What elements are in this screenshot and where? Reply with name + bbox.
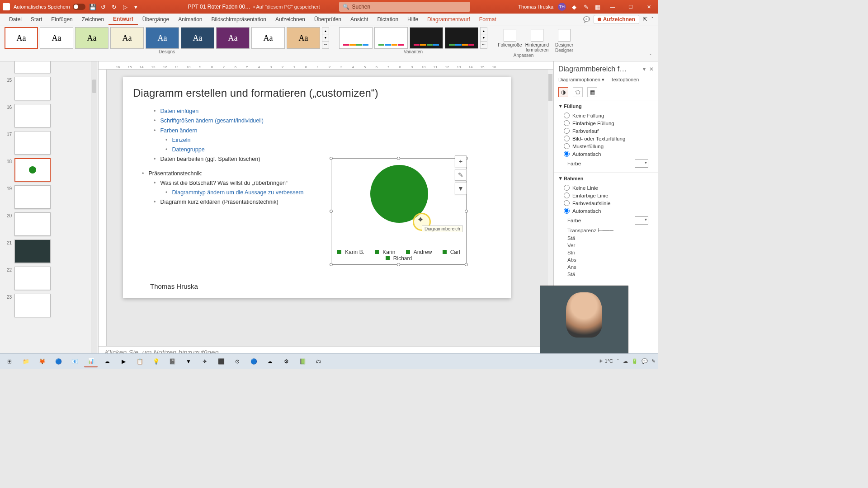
tab-hilfe[interactable]: Hilfe [403, 14, 423, 24]
line-solid-radio[interactable]: Einfarbige Linie [559, 192, 653, 199]
tab-aufzeichnen[interactable]: Aufzeichnen [271, 14, 310, 24]
pane-close-icon[interactable]: ✕ [649, 66, 654, 72]
vlc-icon[interactable]: ▶ [117, 356, 130, 367]
close-button[interactable]: ✕ [642, 2, 656, 11]
slide-thumb-16[interactable]: 16 [4, 104, 96, 127]
line-none-radio[interactable]: Keine Linie [559, 184, 653, 192]
onenote-icon[interactable]: 📓 [165, 356, 179, 367]
autosave-toggle[interactable]: Automatisches Speichern [14, 4, 85, 10]
variant-thumb-3[interactable] [410, 27, 443, 49]
tab-ueberpruefen[interactable]: Überprüfen [310, 14, 346, 24]
pen-icon[interactable]: ✎ [582, 3, 590, 10]
tab-start[interactable]: Start [26, 14, 47, 24]
slide-canvas[interactable]: Diagramm erstellen und formatieren („cus… [107, 70, 553, 346]
slide-thumb-partial[interactable] [4, 61, 96, 73]
fill-picture-radio[interactable]: Bild- oder Texturfüllung [559, 135, 653, 142]
tray-chevron-icon[interactable]: ˄ [617, 358, 619, 364]
theme-thumb-3[interactable]: Aa [75, 27, 108, 49]
designer-button[interactable]: Designer [552, 27, 577, 47]
theme-thumb-9[interactable]: Aa [287, 27, 320, 49]
start-button[interactable]: ⊞ [3, 356, 16, 367]
app-icon[interactable]: 📋 [133, 356, 146, 367]
more-qat-icon[interactable]: ▾ [132, 3, 140, 10]
fill-gradient-radio[interactable]: Farbverlauf [559, 127, 653, 135]
effects-tab-icon[interactable]: ⬠ [573, 87, 583, 97]
theme-thumb-8[interactable]: Aa [251, 27, 285, 49]
ribbon-min-icon[interactable]: ˅ [649, 53, 652, 60]
chevron-down-icon[interactable]: ▾ [559, 175, 562, 181]
slide-thumb-20[interactable]: 20 [4, 212, 96, 236]
action-center-icon[interactable]: 💬 [642, 358, 648, 364]
designs-more-button[interactable]: ▴▾⋯ [322, 27, 329, 49]
tab-diagrammoptionen[interactable]: Diagrammoptionen ▾ [558, 77, 604, 83]
user-name[interactable]: Thomas Hruska [518, 4, 553, 9]
fill-color-picker[interactable]: Farbe [559, 158, 653, 169]
settings-icon[interactable]: ⚙ [279, 356, 293, 367]
tab-ansicht[interactable]: Ansicht [346, 14, 373, 24]
weather-widget[interactable]: ☀ 1°C [599, 358, 613, 364]
redo-icon[interactable]: ↻ [111, 3, 118, 10]
chevron-down-icon[interactable]: ▾ [559, 103, 562, 109]
chart-styles-button[interactable]: ✎ [455, 169, 467, 181]
tab-diagrammentwurf[interactable]: Diagrammentwurf [423, 14, 475, 24]
slide-thumb-23[interactable]: 23 [4, 294, 96, 317]
pen-tray-icon[interactable]: ✎ [651, 358, 656, 364]
slide-thumb-19[interactable]: 19 [4, 185, 96, 209]
line-auto-radio[interactable]: Automatisch [559, 207, 653, 215]
minimize-button[interactable]: — [606, 2, 619, 11]
truncated-row[interactable]: Stä [559, 271, 653, 278]
system-tray[interactable]: ☀ 1°C ˄ ☁ 🔋 💬 ✎ [599, 358, 656, 364]
line-gradient-radio[interactable]: Farbverlaufslinie [559, 199, 653, 207]
outlook-icon[interactable]: 📧 [68, 356, 81, 367]
slide[interactable]: Diagramm erstellen und formatieren („cus… [123, 77, 511, 298]
fill-none-radio[interactable]: Keine Füllung [559, 112, 653, 119]
start-show-icon[interactable]: ▷ [122, 3, 129, 10]
tab-textoptionen[interactable]: Textoptionen [611, 77, 639, 83]
variant-thumb-2[interactable] [374, 27, 408, 49]
slide-thumb-22[interactable]: 22 [4, 267, 96, 290]
app-icon[interactable]: ⬛ [214, 356, 228, 367]
truncated-row[interactable]: Abs [559, 256, 653, 263]
slide-thumb-15[interactable]: 15 [4, 77, 96, 100]
tab-bildschirm[interactable]: Bildschirmpräsentation [207, 14, 271, 24]
truncated-row[interactable]: Stä [559, 235, 653, 242]
chrome-icon[interactable]: 🔵 [52, 356, 65, 367]
firefox-icon[interactable]: 🦊 [35, 356, 49, 367]
slide-title[interactable]: Diagramm erstellen und formatieren („cus… [123, 77, 511, 99]
tab-animation[interactable]: Animation [174, 14, 207, 24]
tab-datei[interactable]: Datei [5, 14, 26, 24]
document-title[interactable]: PPT 01 Roter Faden 00… [188, 4, 251, 10]
thumbnails-scrollbar[interactable] [91, 61, 97, 360]
line-color-picker[interactable]: Farbe [559, 215, 653, 226]
variant-thumb-1[interactable] [339, 27, 373, 49]
truncated-row[interactable]: Ver [559, 242, 653, 249]
search-input[interactable]: 🔍 Suchen [339, 2, 470, 12]
theme-thumb-7[interactable]: Aa [216, 27, 250, 49]
tab-dictation[interactable]: Dictation [373, 14, 403, 24]
telegram-icon[interactable]: ✈ [198, 356, 212, 367]
explorer-icon[interactable]: 📁 [19, 356, 33, 367]
transparency-row[interactable]: Transparenz ⊢─── [559, 226, 653, 235]
app-icon[interactable]: 💡 [149, 356, 163, 367]
battery-tray-icon[interactable]: 🔋 [632, 358, 638, 364]
tab-uebergaenge[interactable]: Übergänge [138, 14, 174, 24]
chart-filter-button[interactable]: ▼ [455, 183, 467, 194]
undo-icon[interactable]: ↺ [100, 3, 107, 10]
app-icon[interactable]: 🗂 [312, 356, 326, 367]
app-icon[interactable]: ⊙ [231, 356, 244, 367]
tab-zeichnen[interactable]: Zeichnen [77, 14, 108, 24]
calendar-icon[interactable]: ▦ [594, 3, 601, 10]
chart-area[interactable]: ✥ Diagrammbereich Karin B. Karin Andrew … [331, 158, 467, 265]
fill-line-tab-icon[interactable]: ◑ [558, 87, 568, 97]
pane-dropdown-icon[interactable]: ▾ [643, 66, 646, 72]
foliengroesse-button[interactable]: Foliengröße [497, 27, 523, 52]
toggle-icon[interactable] [73, 4, 85, 10]
maximize-button[interactable]: ☐ [624, 2, 637, 11]
hintergrund-button[interactable]: Hintergrund formatieren [524, 27, 550, 52]
tab-einfuegen[interactable]: Einfügen [47, 14, 77, 24]
truncated-row[interactable]: Ans [559, 263, 653, 271]
slide-thumb-18[interactable]: 18 [4, 158, 96, 182]
ribbon-collapse-icon[interactable]: ˅ [651, 16, 654, 23]
theme-thumb-4[interactable]: Aa [110, 27, 144, 49]
comments-icon[interactable]: 💬 [583, 16, 590, 23]
